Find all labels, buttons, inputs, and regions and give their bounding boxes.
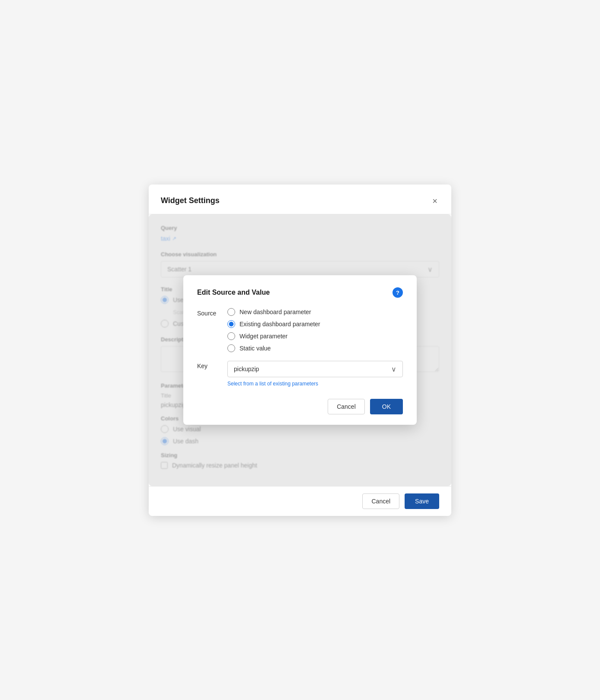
new-dashboard-label: New dashboard parameter: [239, 309, 311, 315]
dialog-title: Widget Settings: [161, 196, 220, 205]
widget-settings-dialog: Widget Settings × Query taxi ↗ Choose vi…: [149, 185, 451, 516]
close-button[interactable]: ×: [431, 195, 439, 207]
new-dashboard-option[interactable]: New dashboard parameter: [227, 308, 403, 316]
key-hint: Select from a list of existing parameter…: [227, 381, 403, 387]
key-control: pickupzip ∨ Select from a list of existi…: [227, 361, 403, 387]
help-icon[interactable]: ?: [393, 287, 403, 298]
new-dashboard-radio[interactable]: [227, 308, 235, 316]
widget-parameter-radio[interactable]: [227, 332, 235, 340]
key-select[interactable]: pickupzip: [228, 361, 402, 377]
existing-dashboard-radio[interactable]: [227, 320, 235, 328]
save-button[interactable]: Save: [405, 493, 439, 509]
ok-button[interactable]: OK: [370, 399, 403, 414]
inner-cancel-button[interactable]: Cancel: [328, 399, 365, 414]
inner-dialog-header: Edit Source and Value ?: [197, 287, 403, 298]
source-label: Source: [197, 308, 227, 317]
widget-parameter-option[interactable]: Widget parameter: [227, 332, 403, 340]
static-value-option[interactable]: Static value: [227, 344, 403, 352]
source-row: Source New dashboard parameter Existing …: [197, 308, 403, 352]
existing-dashboard-option[interactable]: Existing dashboard parameter: [227, 320, 403, 328]
widget-parameter-label: Widget parameter: [239, 333, 287, 340]
key-row: Key pickupzip ∨ Select from a list of ex…: [197, 361, 403, 387]
source-options: New dashboard parameter Existing dashboa…: [227, 308, 403, 352]
key-select-wrapper: pickupzip ∨: [227, 361, 403, 377]
dialog-footer: Cancel Save: [149, 486, 451, 516]
cancel-button[interactable]: Cancel: [362, 493, 399, 509]
edit-source-dialog: Edit Source and Value ? Source New dashb…: [183, 275, 417, 425]
dialog-header: Widget Settings ×: [149, 185, 451, 214]
dialog-overlay: Edit Source and Value ? Source New dashb…: [149, 214, 451, 486]
static-value-label: Static value: [239, 345, 271, 352]
key-label: Key: [197, 361, 227, 369]
existing-dashboard-label: Existing dashboard parameter: [239, 321, 320, 328]
source-radio-group: New dashboard parameter Existing dashboa…: [227, 308, 403, 352]
inner-dialog-footer: Cancel OK: [197, 399, 403, 414]
inner-dialog-title: Edit Source and Value: [197, 289, 270, 296]
static-value-radio[interactable]: [227, 344, 235, 352]
dialog-body: Query taxi ↗ Choose visualization Scatte…: [149, 214, 451, 486]
